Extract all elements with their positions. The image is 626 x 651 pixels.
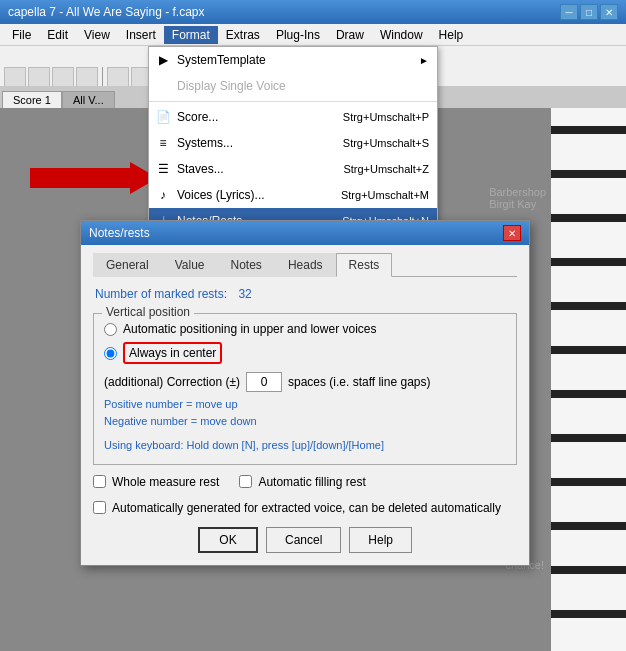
cancel-button[interactable]: Cancel (266, 527, 341, 553)
dialog-tabs: General Value Notes Heads Rests (93, 253, 517, 277)
checkbox-auto-fill-input[interactable] (239, 475, 252, 488)
radio-center-text[interactable]: Always in center (129, 346, 216, 360)
tab-general[interactable]: General (93, 253, 162, 277)
dialog-buttons: OK Cancel Help (93, 527, 517, 553)
systems-icon: ≡ (153, 133, 173, 153)
score-icon: 📄 (153, 107, 173, 127)
display-voice-icon (153, 76, 173, 96)
correction-row: (additional) Correction (±) spaces (i.e.… (104, 372, 506, 392)
menu-display-single-voice: Display Single Voice (149, 73, 437, 99)
right-side-text: Barbershop Birgit Kay (489, 186, 546, 210)
checkbox-auto-generated-label[interactable]: Automatically generated for extracted vo… (112, 501, 501, 515)
toolbar-btn-5[interactable] (107, 67, 129, 87)
help-text-1: Positive number = move up Negative numbe… (104, 396, 506, 429)
radio-auto-label[interactable]: Automatic positioning in upper and lower… (123, 322, 376, 336)
help-button[interactable]: Help (349, 527, 412, 553)
app-window: capella 7 - All We Are Saying - f.capx ─… (0, 0, 626, 651)
menu-file[interactable]: File (4, 26, 39, 44)
toolbar-btn-2[interactable] (28, 67, 50, 87)
title-controls: ─ □ ✕ (560, 4, 618, 20)
ok-button[interactable]: OK (198, 527, 258, 553)
checkbox-auto-generated-input[interactable] (93, 501, 106, 514)
minimize-button[interactable]: ─ (560, 4, 578, 20)
radio-option-auto: Automatic positioning in upper and lower… (104, 322, 506, 336)
help-line-keyboard: Using keyboard: Hold down [N], press [up… (104, 437, 506, 454)
checkbox-whole-measure: Whole measure rest (93, 475, 219, 489)
menu-edit[interactable]: Edit (39, 26, 76, 44)
dialog-content: General Value Notes Heads Rests Number o… (81, 245, 529, 565)
red-arrow (30, 162, 158, 194)
info-value: 32 (238, 287, 251, 301)
info-label: Number of marked rests: (95, 287, 227, 301)
separator-1 (149, 101, 437, 102)
dialog-title-bar: Notes/rests ✕ (81, 221, 529, 245)
toolbar-sep (102, 67, 103, 87)
menu-format[interactable]: Format (164, 26, 218, 44)
toolbar-btn-1[interactable] (4, 67, 26, 87)
menu-bar: File Edit View Insert Format Extras Plug… (0, 24, 626, 46)
menu-score[interactable]: 📄 Score... Strg+Umschalt+P (149, 104, 437, 130)
menu-system-template[interactable]: ▶ SystemTemplate ► (149, 47, 437, 73)
menu-voices-lyrics[interactable]: ♪ Voices (Lyrics)... Strg+Umschalt+M (149, 182, 437, 208)
correction-label: (additional) Correction (±) (104, 375, 240, 389)
group-label: Vertical position (102, 305, 194, 319)
dialog-close-button[interactable]: ✕ (503, 225, 521, 241)
info-row: Number of marked rests: 32 (93, 287, 517, 301)
maximize-button[interactable]: □ (580, 4, 598, 20)
help-text-keyboard: Using keyboard: Hold down [N], press [up… (104, 437, 506, 454)
correction-input[interactable] (246, 372, 282, 392)
checkbox-whole-measure-input[interactable] (93, 475, 106, 488)
radio-option-center: Always in center (104, 342, 506, 364)
staves-icon: ☰ (153, 159, 173, 179)
dialog-title: Notes/rests (89, 226, 150, 240)
radio-auto-input[interactable] (104, 323, 117, 336)
tab-notes[interactable]: Notes (218, 253, 275, 277)
help-line-1: Positive number = move up (104, 396, 506, 413)
correction-unit: spaces (i.e. staff line gaps) (288, 375, 431, 389)
menu-help[interactable]: Help (431, 26, 472, 44)
submenu-arrow: ► (419, 55, 429, 66)
menu-plugins[interactable]: Plug-Ins (268, 26, 328, 44)
piano-keys (551, 108, 626, 651)
app-title: capella 7 - All We Are Saying - f.capx (8, 5, 205, 19)
menu-window[interactable]: Window (372, 26, 431, 44)
score-tab-1[interactable]: Score 1 (2, 91, 62, 108)
menu-extras[interactable]: Extras (218, 26, 268, 44)
toolbar-btn-3[interactable] (52, 67, 74, 87)
dialog-overlay: Notes/rests ✕ General Value Notes Heads … (80, 220, 530, 566)
title-bar: capella 7 - All We Are Saying - f.capx ─… (0, 0, 626, 24)
score-tab-2[interactable]: All V... (62, 91, 115, 108)
menu-systems[interactable]: ≡ Systems... Strg+Umschalt+S (149, 130, 437, 156)
menu-draw[interactable]: Draw (328, 26, 372, 44)
checkbox-row-1: Whole measure rest Automatic filling res… (93, 475, 517, 495)
checkbox-auto-fill-label[interactable]: Automatic filling rest (258, 475, 365, 489)
tab-heads[interactable]: Heads (275, 253, 336, 277)
checkbox-whole-measure-label[interactable]: Whole measure rest (112, 475, 219, 489)
radio-center-input[interactable] (104, 347, 117, 360)
notes-rests-dialog: Notes/rests ✕ General Value Notes Heads … (80, 220, 530, 566)
vertical-position-group: Vertical position Automatic positioning … (93, 313, 517, 465)
toolbar-btn-4[interactable] (76, 67, 98, 87)
tab-rests[interactable]: Rests (336, 253, 393, 277)
tab-value[interactable]: Value (162, 253, 218, 277)
arrow-body (30, 168, 130, 188)
help-line-2: Negative number = move down (104, 413, 506, 430)
menu-insert[interactable]: Insert (118, 26, 164, 44)
voices-icon: ♪ (153, 185, 173, 205)
checkbox-auto-fill: Automatic filling rest (239, 475, 365, 489)
radio-center-label: Always in center (123, 342, 222, 364)
checkbox-auto-generated: Automatically generated for extracted vo… (93, 501, 517, 515)
menu-staves[interactable]: ☰ Staves... Strg+Umschalt+Z (149, 156, 437, 182)
system-template-icon: ▶ (153, 50, 173, 70)
close-button[interactable]: ✕ (600, 4, 618, 20)
menu-view[interactable]: View (76, 26, 118, 44)
